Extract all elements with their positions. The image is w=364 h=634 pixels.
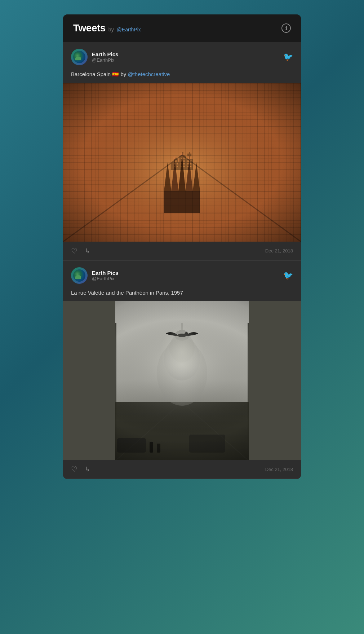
svg-rect-25 [67,344,74,353]
svg-point-56 [175,330,189,341]
tweet-card-1: Earth Pics @EarthPix 🐦 Barcelona Spain 🇪… [63,42,301,261]
svg-rect-3 [63,83,301,242]
tweet-image-2: AVIA [63,301,301,460]
avatar-2 [71,267,88,284]
svg-marker-10 [164,162,171,191]
svg-rect-67 [63,301,301,460]
svg-rect-43 [261,344,268,353]
svg-rect-45 [283,344,290,353]
svg-rect-32 [99,359,106,368]
tweet-text-1: Barcelona Spain 🇪🇸 by @thetechcreative [63,69,301,83]
like-button-1[interactable] [71,247,77,255]
header-handle-link[interactable]: @EarthPix [117,27,141,32]
earth-avatar-icon [73,51,85,63]
tweet-actions-1 [71,247,90,255]
svg-rect-41 [283,330,290,339]
svg-rect-63 [150,442,153,453]
tweet-card-2: Earth Pics @EarthPix 🐦 La rue Valette an… [63,261,301,479]
share-button-2[interactable] [85,465,90,473]
paris-street-image: AVIA [63,301,301,460]
avatar-1 [71,49,88,65]
twitter-icon-2: 🐦 [283,271,293,280]
svg-rect-16 [63,83,301,242]
svg-rect-49 [283,359,290,368]
svg-point-13 [173,157,176,159]
svg-rect-62 [189,435,225,453]
share-button-1[interactable] [85,247,90,255]
like-button-2[interactable] [71,465,77,474]
svg-point-59 [178,334,186,337]
svg-marker-8 [171,159,178,191]
tweet-footer-2: Dec 21, 2018 [63,460,301,479]
svg-marker-7 [186,159,193,191]
svg-rect-22 [77,330,85,339]
svg-rect-39 [261,330,268,339]
svg-marker-9 [193,162,200,191]
svg-rect-24 [99,330,106,339]
svg-rect-38 [250,330,258,339]
user-info-2: Earth Pics @EarthPix [92,270,118,281]
svg-rect-5 [164,191,200,213]
svg-rect-47 [261,359,268,368]
user-name-1: Earth Pics [92,51,118,57]
user-info-1: Earth Pics @EarthPix [92,51,118,63]
user-handle-1: @EarthPix [92,57,118,63]
tweet-footer-1: Dec 21, 2018 [63,242,301,260]
svg-rect-65 [254,413,274,427]
tweet-date-2: Dec 21, 2018 [265,467,293,472]
svg-rect-29 [67,359,74,368]
header-by-label: by [108,27,114,32]
tweet-header-2: Earth Pics @EarthPix 🐦 [63,261,301,287]
svg-rect-58 [63,301,301,460]
user-handle-2: @EarthPix [92,276,118,281]
svg-point-60 [185,332,188,336]
svg-text:AVIA: AVIA [258,417,270,423]
svg-point-54 [164,337,200,380]
svg-rect-26 [77,344,85,353]
svg-rect-61 [117,438,146,453]
svg-rect-2 [63,83,301,242]
svg-line-15 [182,155,301,242]
info-icon[interactable]: ℹ [281,23,291,33]
tweet-header-1: Earth Pics @EarthPix 🐦 [63,42,301,69]
svg-point-53 [157,341,207,406]
svg-rect-20 [63,323,116,460]
tweets-widget: Tweets by @EarthPix ℹ Earth Pics @EarthP… [63,14,301,479]
user-name-2: Earth Pics [92,270,118,276]
svg-line-52 [182,402,248,460]
tweet-user-1: Earth Pics @EarthPix [71,49,118,65]
svg-rect-28 [99,344,106,353]
svg-rect-33 [67,373,74,382]
earth-avatar-icon-2 [73,269,85,282]
svg-rect-31 [88,359,96,368]
svg-rect-37 [248,323,301,460]
tweet-actions-2 [71,465,90,474]
barcelona-aerial-image [63,83,301,242]
svg-rect-48 [272,359,279,368]
svg-marker-50 [63,402,301,460]
svg-line-51 [116,402,182,460]
svg-rect-44 [272,344,279,353]
svg-rect-17 [63,301,301,460]
svg-rect-30 [77,359,85,368]
svg-rect-36 [99,373,106,382]
svg-rect-40 [272,330,279,339]
svg-rect-19 [63,323,116,460]
svg-rect-21 [67,330,74,339]
mention-link-1[interactable]: @thetechcreative [128,71,170,77]
header-left: Tweets by @EarthPix [73,22,141,34]
svg-rect-35 [88,373,96,382]
svg-rect-42 [250,344,258,353]
svg-point-55 [169,334,195,362]
widget-header: Tweets by @EarthPix ℹ [63,14,301,42]
tweet-date-1: Dec 21, 2018 [265,248,293,254]
tweet-image-1 [63,83,301,242]
svg-line-14 [63,155,182,242]
svg-marker-6 [178,155,186,191]
tweet-text-2: La rue Valette and the Panthéon in Paris… [63,287,301,301]
svg-rect-18 [63,301,301,460]
svg-rect-64 [157,444,160,453]
header-title: Tweets [73,22,106,34]
svg-rect-1 [63,83,301,242]
svg-rect-34 [77,373,85,382]
